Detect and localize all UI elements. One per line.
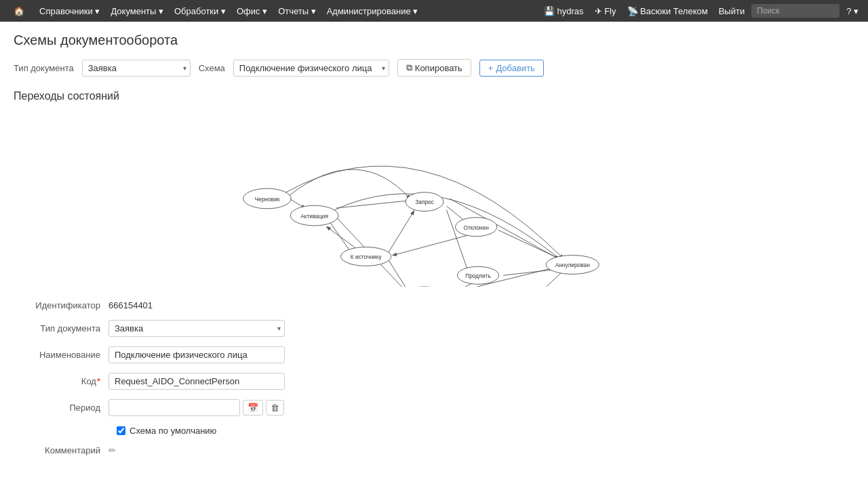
help-icon[interactable]: ? ▾ [842, 6, 863, 16]
nav-user-vasyuki[interactable]: 📡 Васюки Телеком [623, 6, 712, 16]
doc-type-select[interactable]: Заявка [82, 60, 191, 77]
default-schema-checkbox[interactable] [117, 426, 125, 435]
nav-item-ofis[interactable]: Офис ▾ [233, 6, 271, 16]
id-label: Идентификатор [14, 300, 108, 310]
form-period-label: Период [14, 403, 108, 413]
copy-button[interactable]: ⧉ Копировать [397, 59, 471, 77]
toolbar: Тип документа Заявка ▾ Схема Подключение… [14, 59, 854, 77]
svg-line-7 [393, 235, 469, 256]
form-doc-type-select[interactable]: Заявка [108, 320, 285, 337]
form-doc-type-label: Тип документа [14, 323, 108, 333]
form-period-input[interactable] [108, 399, 240, 416]
form-default-schema-row: Схема по умолчанию [117, 426, 854, 436]
form-code-label: Код [14, 376, 108, 386]
form-period-row: Период 📅 🗑 [14, 399, 854, 416]
nav-user-hydras[interactable]: 💾 hydras [540, 6, 588, 16]
page-title: Схемы документооборота [14, 33, 854, 48]
diagram-edges [286, 166, 565, 287]
form-section: Идентификатор 666154401 Тип документа За… [14, 300, 854, 455]
doc-type-select-wrap: Заявка ▾ [82, 60, 191, 77]
id-row: Идентификатор 666154401 [14, 300, 854, 310]
nav-item-otchety[interactable]: Отчеты ▾ [274, 6, 320, 16]
doc-type-label: Тип документа [14, 63, 74, 73]
nav-item-spravochniki[interactable]: Справочники ▾ [35, 6, 104, 16]
trash-icon: 🗑 [271, 403, 279, 413]
home-icon: 🏠 [9, 6, 28, 16]
form-comment-row: Комментарий ✏ [14, 445, 854, 455]
form-doc-type-select-wrap: Заявка ▾ [108, 320, 285, 337]
form-doc-type-row: Тип документа Заявка ▾ [14, 320, 854, 337]
calendar-icon: 📅 [248, 403, 258, 413]
navbar: 🏠 Справочники ▾ Документы ▾ Обработки ▾ … [0, 0, 868, 22]
add-icon: + [488, 63, 494, 73]
comment-edit-icon[interactable]: ✏ [108, 445, 116, 455]
svg-text:Активация: Активация [300, 213, 328, 220]
svg-text:Продлить: Продлить [465, 272, 491, 279]
form-name-label: Наименование [14, 350, 108, 360]
form-code-row: Код [14, 373, 854, 390]
nav-home[interactable]: 🏠 [5, 6, 33, 16]
svg-line-8 [498, 230, 559, 258]
svg-line-10 [389, 211, 414, 252]
default-schema-label: Схема по умолчанию [130, 426, 216, 436]
copy-icon: ⧉ [406, 62, 412, 73]
schema-select-wrap: Подключение физического лица ▾ [233, 60, 389, 77]
svg-text:Черновик: Черновик [255, 196, 280, 203]
period-clear-button[interactable]: 🗑 [266, 400, 284, 415]
form-comment-label: Комментарий [14, 445, 108, 455]
svg-line-9 [327, 227, 358, 250]
svg-text:Запрос: Запрос [415, 199, 434, 205]
nav-logout[interactable]: Выйти [715, 6, 749, 16]
svg-text:Отклонен: Отклонен [463, 224, 489, 231]
diagram-svg: Черновик Активация Запрос Отклонен К ист… [14, 110, 854, 287]
schema-select[interactable]: Подключение физического лица [233, 60, 389, 77]
diagram-section: Переходы состояний [14, 90, 854, 287]
nav-item-obrabotki[interactable]: Обработки ▾ [170, 6, 230, 16]
period-calendar-button[interactable]: 📅 [243, 400, 263, 415]
nav-user-fly[interactable]: ✈ Fly [591, 6, 620, 16]
form-name-input[interactable] [108, 346, 285, 363]
nav-item-admin[interactable]: Администрирование ▾ [323, 6, 422, 16]
id-value: 666154401 [108, 300, 153, 310]
svg-text:К источнику: К источнику [351, 253, 382, 260]
svg-line-11 [389, 260, 410, 287]
svg-text:Аннулирован: Аннулирован [555, 262, 591, 268]
diagram-container: Черновик Активация Запрос Отклонен К ист… [14, 110, 854, 287]
nav-item-dokumenty[interactable]: Документы ▾ [106, 6, 167, 16]
add-button[interactable]: + Добавить [479, 60, 544, 77]
schema-label: Схема [199, 63, 225, 73]
form-name-row: Наименование [14, 346, 854, 363]
diagram-title: Переходы состояний [14, 90, 854, 102]
form-code-input[interactable] [108, 373, 285, 390]
page-content: Схемы документооборота Тип документа Зая… [0, 22, 868, 472]
search-input[interactable] [751, 4, 840, 18]
